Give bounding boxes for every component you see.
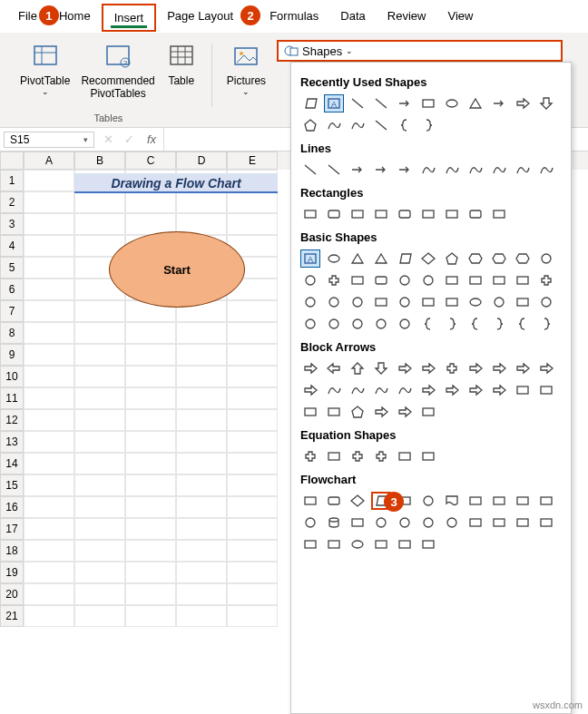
shape-hex[interactable] [489,249,509,268]
cell[interactable] [125,366,176,387]
shape-rect[interactable] [442,205,462,223]
shape-rect[interactable] [418,205,438,223]
shape-para[interactable] [300,94,320,112]
cell[interactable] [227,540,278,562]
shape-circ[interactable] [418,271,438,289]
name-box[interactable]: S15 ▾ [4,132,94,148]
cell[interactable] [74,518,125,540]
col-A[interactable]: A [24,152,74,170]
shape-plus[interactable] [300,447,320,465]
cell[interactable] [227,518,278,540]
cell[interactable] [74,431,125,453]
shape-curve[interactable] [348,116,368,134]
shape-oval[interactable] [348,535,368,553]
row-header[interactable]: 19 [0,562,24,583]
shape-rect[interactable] [536,381,556,399]
cell[interactable] [74,605,125,627]
cell[interactable] [176,562,227,583]
cell[interactable] [74,322,125,344]
cell[interactable] [176,322,227,344]
shape-rarrow[interactable] [418,359,438,377]
cell[interactable] [74,344,125,366]
shape-diam[interactable] [348,492,368,510]
cell[interactable] [24,213,74,235]
row-header[interactable]: 12 [0,409,24,431]
cell[interactable] [24,235,74,257]
cell[interactable] [227,344,278,366]
cell[interactable] [176,474,227,496]
tab-view[interactable]: View [436,4,484,32]
cell[interactable] [24,344,74,366]
shape-rect[interactable] [513,513,533,532]
cell[interactable] [74,409,125,431]
shape-plus[interactable] [348,447,368,465]
cell[interactable] [227,583,278,605]
row-header[interactable]: 15 [0,474,24,496]
shape-circ[interactable] [300,293,320,311]
cell[interactable] [24,170,74,191]
shape-rect[interactable] [371,205,391,223]
cell[interactable] [74,474,125,496]
cell[interactable] [125,322,176,344]
shape-rarrow[interactable] [466,359,485,377]
row-header[interactable]: 14 [0,453,24,474]
shape-brb[interactable] [442,315,462,333]
shape-rect[interactable] [324,447,344,465]
shape-circ[interactable] [395,271,415,289]
row-header[interactable]: 4 [0,235,24,257]
shape-circ[interactable] [418,513,438,532]
shape-rarrow[interactable] [513,94,533,112]
cell[interactable] [125,583,176,605]
shape-rect[interactable] [300,403,320,421]
shape-circ[interactable] [348,315,368,333]
shape-pent[interactable] [442,249,462,268]
shape-bra[interactable] [466,315,485,333]
cell[interactable] [74,213,125,235]
shape-rrect[interactable] [324,492,344,510]
shape-rect[interactable] [489,513,509,532]
shape-rect[interactable] [395,447,415,465]
cell[interactable] [24,518,74,540]
shape-rarrow[interactable] [371,403,391,421]
shape-circ[interactable] [395,315,415,333]
shape-rect[interactable] [300,205,320,223]
cell[interactable] [24,453,74,474]
shape-circ[interactable] [300,315,320,333]
shape-rect[interactable] [418,403,438,421]
cell[interactable] [125,540,176,562]
shape-rrect[interactable] [395,205,415,223]
shape-rect[interactable] [466,492,485,510]
shape-curve[interactable] [348,381,368,399]
cell[interactable] [176,366,227,387]
cell[interactable] [176,409,227,431]
cell[interactable] [227,213,278,235]
shape-line[interactable] [371,94,391,112]
shape-circ[interactable] [324,293,344,311]
shape-brb[interactable] [489,315,509,333]
shape-rect[interactable] [442,293,462,311]
shape-rect[interactable] [371,535,391,553]
recommended-pivot-button[interactable]: ? Recommended PivotTables [75,40,160,102]
shape-arrow[interactable] [395,94,415,112]
cell[interactable] [227,474,278,496]
cell[interactable] [176,431,227,453]
shape-darrow[interactable] [536,94,556,112]
tab-home[interactable]: Home 1 [48,4,102,32]
shape-plus[interactable] [536,271,556,289]
cell[interactable] [24,431,74,453]
shape-circ[interactable] [418,492,438,510]
shape-rarrow[interactable] [395,403,415,421]
shape-circ[interactable] [300,271,320,289]
tab-review[interactable]: Review [377,4,437,32]
cell[interactable] [24,191,74,213]
cell[interactable] [74,387,125,409]
shape-circ[interactable] [300,513,320,532]
col-E[interactable]: E [227,152,278,170]
cell[interactable] [176,540,227,562]
shape-circ[interactable] [395,293,415,311]
tab-formulas[interactable]: 2 Formulas [244,4,329,32]
cell[interactable] [125,409,176,431]
row-header[interactable]: 17 [0,518,24,540]
col-C[interactable]: C [125,152,176,170]
table-button[interactable]: Table [161,40,202,102]
